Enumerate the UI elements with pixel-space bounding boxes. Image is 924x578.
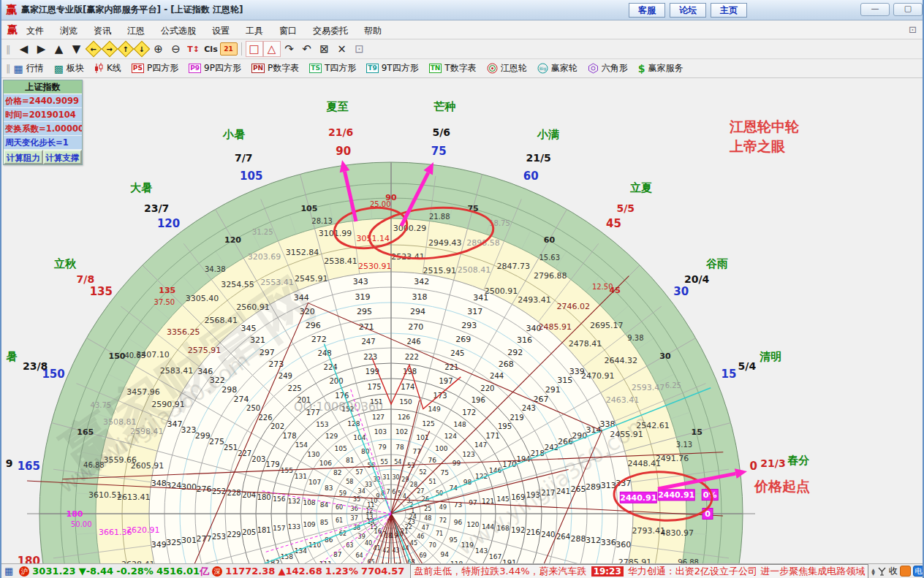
svg-text:90: 90 bbox=[336, 145, 351, 158]
taskbar-blue-icon[interactable]: 电 bbox=[913, 566, 924, 577]
svg-text:5/4: 5/4 bbox=[738, 360, 757, 372]
svg-text:101: 101 bbox=[417, 434, 429, 441]
menu-item-帮助[interactable]: 帮助 bbox=[364, 26, 382, 36]
maximize-button[interactable]: ▢ bbox=[893, 3, 923, 16]
menu-item-窗口[interactable]: 窗口 bbox=[279, 26, 297, 36]
sz-change: ▲142.68 bbox=[279, 566, 322, 577]
calc-support-button[interactable]: 计算支撑 bbox=[43, 150, 83, 164]
view-button-江恩轮[interactable]: 江恩轮 bbox=[487, 62, 527, 75]
box-x-icon[interactable]: ⊠ bbox=[316, 41, 333, 57]
svg-text:200: 200 bbox=[329, 377, 343, 385]
view-button-赢家轮[interactable]: Big赢家轮 bbox=[537, 62, 578, 75]
nav-button-home[interactable]: 主页 bbox=[711, 3, 747, 18]
calc-resistance-button[interactable]: 计算阻力 bbox=[4, 150, 43, 164]
svg-text:82: 82 bbox=[333, 469, 341, 476]
svg-text:325: 325 bbox=[166, 538, 181, 547]
svg-text:25: 25 bbox=[424, 506, 431, 512]
view-button-赢家服务[interactable]: $赢家服务 bbox=[638, 62, 683, 75]
zoom-in-icon[interactable]: ⊕ bbox=[150, 41, 167, 57]
shenzhen-icon[interactable]: 深 bbox=[212, 566, 222, 577]
view-label: T四方形 bbox=[325, 62, 356, 75]
menu-item-设置[interactable]: 设置 bbox=[212, 26, 230, 36]
view-button-P四方形[interactable]: PSP四方形 bbox=[132, 62, 178, 75]
shanghai-icon[interactable]: 沪 bbox=[19, 566, 29, 577]
svg-text:228: 228 bbox=[227, 489, 241, 497]
svg-text:3.13: 3.13 bbox=[676, 441, 692, 449]
zoom-out-icon[interactable]: ⊖ bbox=[167, 41, 185, 57]
svg-text:69: 69 bbox=[419, 552, 426, 559]
forward-icon[interactable]: ▶ bbox=[33, 41, 50, 57]
svg-text:48: 48 bbox=[424, 515, 431, 522]
menu-item-工具[interactable]: 工具 bbox=[246, 26, 263, 36]
cls-button[interactable]: Cls bbox=[202, 41, 220, 57]
view-button-板块[interactable]: ▩板块 bbox=[54, 62, 84, 75]
svg-text:289: 289 bbox=[586, 482, 601, 492]
square-tool-icon[interactable]: □ bbox=[246, 41, 263, 57]
sh-change: ▼-8.44 bbox=[79, 566, 113, 577]
calendar-icon[interactable]: 21 bbox=[220, 42, 238, 56]
taskbar-orange-icon[interactable] bbox=[900, 566, 911, 577]
svg-text:51: 51 bbox=[429, 479, 436, 485]
quote-grid-icon[interactable]: ▦ bbox=[4, 566, 13, 577]
menu-item-浏览[interactable]: 浏览 bbox=[60, 26, 77, 36]
rotate-ccw-icon[interactable]: ↶ bbox=[298, 41, 316, 57]
svg-text:299: 299 bbox=[195, 431, 211, 441]
svg-text:247: 247 bbox=[361, 338, 375, 346]
view-button-六角形[interactable]: 六角形 bbox=[588, 62, 628, 75]
menu-item-文件[interactable]: 文件 bbox=[26, 26, 44, 36]
window-controls: — ▢ bbox=[860, 3, 923, 16]
t-range-icon[interactable]: T↕ bbox=[185, 41, 202, 57]
view-button-行情[interactable]: ▦行情 bbox=[14, 62, 44, 75]
news-ticker: 盘前走低，特斯拉跌3.44%，蔚来汽车跌 19:23 华力创通：出资2亿设立子公… bbox=[410, 564, 868, 578]
svg-text:181: 181 bbox=[257, 526, 271, 534]
diamond-down-icon[interactable]: ↓ bbox=[133, 41, 150, 58]
ticker-scroll-arrows[interactable]: ▲▼ bbox=[871, 568, 875, 575]
view-button-9P四方形[interactable]: P99P四方形 bbox=[189, 62, 241, 75]
view-button-T数字表[interactable]: TNT数字表 bbox=[429, 62, 477, 75]
svg-text:360: 360 bbox=[616, 540, 631, 550]
menu-item-公式选股[interactable]: 公式选股 bbox=[161, 26, 196, 36]
diamond-left-icon[interactable]: ← bbox=[85, 41, 102, 58]
svg-text:春分: 春分 bbox=[787, 454, 809, 467]
view-button-9T四方形[interactable]: T99T四方形 bbox=[366, 62, 418, 75]
minimize-button[interactable]: — bbox=[860, 3, 890, 16]
svg-text:150: 150 bbox=[400, 398, 412, 406]
svg-text:229: 229 bbox=[227, 531, 241, 539]
svg-text:180: 180 bbox=[67, 509, 83, 519]
svg-text:84: 84 bbox=[320, 501, 329, 509]
diamond-right-icon[interactable]: → bbox=[101, 41, 118, 58]
child-window-icon[interactable]: ⊡ bbox=[909, 24, 917, 35]
view-label: T数字表 bbox=[444, 62, 476, 75]
nav-button-forum[interactable]: 论坛 bbox=[670, 3, 706, 18]
svg-text:37: 37 bbox=[351, 515, 358, 522]
svg-text:125: 125 bbox=[423, 420, 435, 427]
svg-text:250: 250 bbox=[246, 404, 260, 412]
pointer-up-icon[interactable]: ▲ bbox=[50, 41, 68, 57]
triangle-tool-icon[interactable]: △ bbox=[263, 41, 281, 57]
collapse-icon[interactable]: × bbox=[333, 41, 351, 57]
svg-text:2508.41: 2508.41 bbox=[458, 265, 491, 275]
view-button-T四方形[interactable]: TST四方形 bbox=[309, 62, 356, 75]
back-icon[interactable]: ◀ bbox=[15, 41, 33, 57]
svg-text:251: 251 bbox=[224, 444, 238, 452]
menu-item-资讯[interactable]: 资讯 bbox=[94, 26, 111, 36]
svg-text:85: 85 bbox=[320, 519, 328, 526]
svg-text:2613.41: 2613.41 bbox=[117, 493, 151, 502]
pointer-down-icon[interactable]: ▼ bbox=[68, 41, 86, 57]
view-label: 行情 bbox=[26, 62, 44, 75]
svg-text:100: 100 bbox=[435, 445, 447, 452]
diamond-up-icon[interactable]: ↑ bbox=[117, 41, 134, 58]
screen-icon[interactable]: ⊡ bbox=[351, 41, 368, 57]
view-button-K线[interactable]: K线 bbox=[94, 62, 121, 75]
svg-text:2493.41: 2493.41 bbox=[518, 295, 551, 305]
titlebar: 赢 赢家江恩专业版[赢家内部服务平台] - [上证指数 江恩轮] 客服 论坛 主… bbox=[1, 0, 923, 20]
view-button-P数字表[interactable]: PNP数字表 bbox=[251, 62, 299, 75]
menu-item-交易委托[interactable]: 交易委托 bbox=[313, 26, 348, 36]
menu-item-江恩[interactable]: 江恩 bbox=[127, 26, 145, 36]
svg-text:58: 58 bbox=[346, 479, 353, 485]
svg-text:124: 124 bbox=[444, 433, 457, 440]
view-label: 江恩轮 bbox=[501, 62, 527, 75]
nav-button-service[interactable]: 客服 bbox=[629, 3, 665, 18]
svg-text:83: 83 bbox=[325, 484, 333, 492]
rotate-cw-icon[interactable]: ↷ bbox=[281, 41, 298, 57]
